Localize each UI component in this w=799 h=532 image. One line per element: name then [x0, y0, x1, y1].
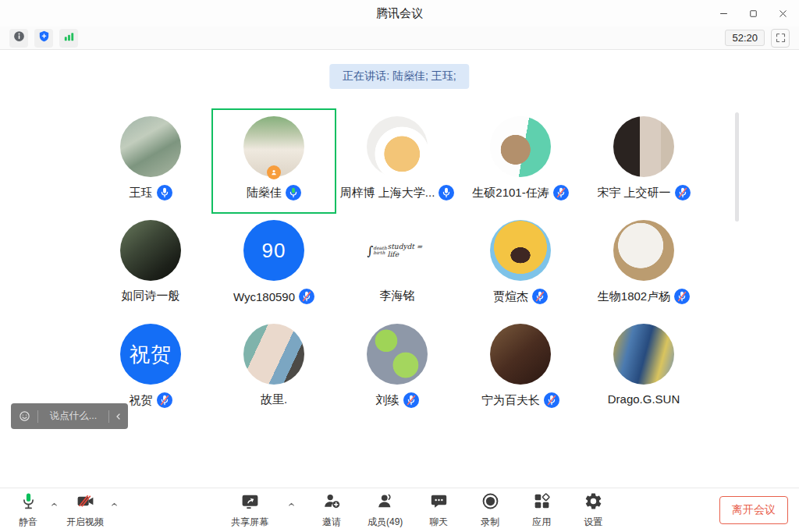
mic-speaking-icon — [286, 185, 301, 200]
name-row: Drago.G.SUN — [608, 392, 680, 406]
participant-name: Drago.G.SUN — [608, 392, 680, 406]
participant-tile[interactable]: 陆燊佳 — [212, 109, 336, 213]
toolbar-button-chat[interactable]: 聊天 — [423, 491, 454, 529]
toolbar-label-camera: 开启视频 — [66, 516, 104, 529]
name-row: 贾煊杰 — [493, 289, 548, 304]
top-right-group: 52:20 — [725, 29, 790, 48]
speaking-banner: 正在讲话: 陆燊佳; 王珏; — [329, 64, 469, 89]
toolbar-button-settings[interactable]: 设置 — [577, 491, 609, 529]
participant-name: 故里. — [261, 392, 287, 407]
avatar-white-formula: ∫deathbirthstudydt = life — [367, 220, 428, 281]
avatar-text: 90 — [262, 239, 286, 263]
participant-tile[interactable]: Drago.G.SUN — [582, 317, 705, 420]
participant-tile[interactable]: 贾煊杰 — [459, 213, 582, 317]
participant-name: 生硕2101-任涛 — [472, 186, 549, 200]
camera-options-caret[interactable] — [110, 498, 119, 512]
avatar-van-gogh — [613, 324, 674, 385]
toolbar-label-share-screen: 共享屏幕 — [231, 516, 268, 529]
mic-muted-icon — [532, 289, 548, 304]
avatar-wrap — [613, 220, 674, 281]
maximize-button[interactable] — [744, 5, 762, 22]
avatar-wrap — [490, 324, 551, 385]
leave-meeting-button[interactable]: 离开会议 — [719, 496, 788, 524]
participant-tile[interactable]: 周梓博 上海大学... — [336, 109, 459, 213]
window-title: 腾讯会议 — [376, 6, 423, 21]
participant-tile[interactable]: 故里. — [212, 317, 336, 420]
record-icon — [481, 491, 500, 514]
name-row: 故里. — [261, 392, 287, 407]
participant-name: 祝贺 — [130, 393, 153, 408]
scrollbar-thumb[interactable] — [735, 112, 739, 222]
fullscreen-button[interactable] — [771, 29, 790, 48]
toolbar-button-invite[interactable]: 邀请 — [316, 491, 347, 529]
participant-tile[interactable]: 刘续 — [336, 317, 459, 420]
shield-plus-icon — [37, 30, 51, 46]
invite-icon — [322, 491, 342, 514]
participant-name: Wyc180590 — [233, 290, 295, 303]
avatar-wrap — [120, 220, 181, 281]
participant-tile[interactable]: 王珏 — [89, 109, 212, 213]
mic-muted-icon — [675, 185, 691, 200]
chevron-up-icon — [50, 498, 59, 512]
participant-tile[interactable]: 宁为百夫长 — [459, 317, 582, 420]
name-row: 王珏 — [130, 185, 172, 200]
toolbar-button-apps[interactable]: 应用 — [526, 491, 557, 529]
participant-tile[interactable]: 宋宇 上交研一 — [582, 109, 705, 213]
host-badge-icon — [267, 165, 281, 179]
window-controls — [715, 0, 791, 27]
avatar-wrap — [367, 116, 428, 177]
toolbar-button-share-screen[interactable]: 共享屏幕 — [231, 491, 268, 529]
toolbar-label-chat: 聊天 — [429, 516, 448, 529]
chat-bubble-icon — [429, 491, 449, 514]
meeting-info-button[interactable] — [9, 29, 28, 48]
chat-input[interactable]: 说点什么... — [38, 410, 108, 423]
chevron-up-icon — [110, 498, 119, 512]
participant-name: 宋宇 上交研一 — [597, 186, 670, 200]
avatar-otter-cartoon — [490, 116, 551, 177]
name-row: Wyc180590 — [233, 289, 314, 304]
network-signal-button[interactable] — [59, 29, 78, 48]
participant-name: 周梓博 上海大学... — [340, 186, 435, 200]
signal-bars-icon — [62, 30, 76, 46]
toolbar-label-invite: 邀请 — [322, 516, 341, 529]
avatar-formula: ∫deathbirthstudydt = life — [367, 243, 428, 258]
toolbar-button-record[interactable]: 录制 — [474, 491, 506, 529]
avatar-text: 祝贺 — [130, 341, 172, 368]
emoji-button[interactable] — [11, 410, 37, 423]
minimize-button[interactable] — [715, 5, 732, 22]
participant-tile[interactable]: 生物1802卢杨 — [582, 213, 705, 317]
toolbar-button-members[interactable]: 成员(49) — [368, 491, 403, 529]
participant-name: 宁为百夫长 — [481, 393, 540, 408]
participant-tile[interactable]: 生硕2101-任涛 — [459, 109, 582, 213]
avatar-wrap — [490, 220, 551, 281]
gear-icon — [584, 491, 603, 514]
participant-area: 正在讲话: 陆燊佳; 王珏; 王珏 陆燊佳 — [0, 50, 799, 488]
participant-tile[interactable]: ∫deathbirthstudydt = life 李海铭 — [336, 213, 459, 317]
name-row: 周梓博 上海大学... — [340, 185, 455, 200]
security-button[interactable] — [34, 29, 53, 48]
toolbar-button-mute[interactable]: 静音 — [12, 491, 44, 529]
toolbar-label-members: 成员(49) — [368, 516, 403, 529]
camera-off-icon — [76, 491, 95, 514]
avatar-wrap — [120, 116, 181, 177]
name-row: 刘续 — [376, 392, 419, 408]
toolbar-center-group: 共享屏幕邀请成员(49)聊天录制应用设置 — [231, 488, 609, 532]
quick-chat-bar: 说点什么... — [11, 403, 128, 429]
participant-tile[interactable]: 90 Wyc180590 — [212, 213, 336, 317]
toolbar-button-camera[interactable]: 开启视频 — [66, 491, 104, 529]
chevron-up-icon — [287, 498, 296, 512]
share-screen-options-caret[interactable] — [287, 498, 296, 512]
mute-options-caret[interactable] — [50, 498, 59, 512]
avatar-crying-emoji — [490, 220, 551, 281]
share-screen-icon — [240, 491, 260, 514]
name-row: 生硕2101-任涛 — [472, 185, 568, 200]
apps-grid-icon — [532, 491, 552, 514]
toolbar-label-settings: 设置 — [584, 516, 602, 529]
participant-tile[interactable]: 如同诗一般 — [89, 213, 212, 317]
meeting-window: 腾讯会议 52:20 正在讲话: 陆燊佳; 王珏; 王珏 — [0, 0, 799, 532]
chevron-left-icon — [114, 412, 123, 421]
avatar-girl-selfie — [243, 324, 304, 385]
collapse-chat-button[interactable] — [109, 412, 128, 421]
close-button[interactable] — [774, 5, 791, 22]
name-row: 如同诗一般 — [122, 289, 180, 303]
